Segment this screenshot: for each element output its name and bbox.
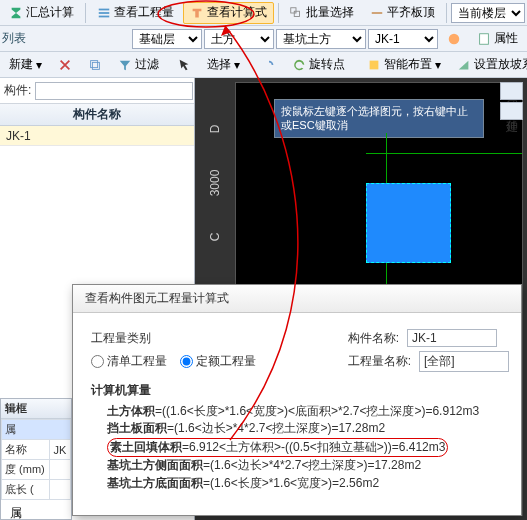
grid-row-jk1[interactable]: JK-1 [0,126,194,146]
list-icon [97,6,111,20]
qty-name-label: 工程量名称: [348,353,411,370]
svg-rect-0 [98,8,109,10]
calc-line-2: 挡土板面积=(1.6<边长>*4*2.7<挖土深度>)=17.28m2 [107,420,509,437]
toolbar-layer: 列表 基础层 土方 基坑土方 JK-1 属性 [0,26,527,52]
smart-icon [367,58,381,72]
edit-frame-panel: 辑框 属 名称JK 度 (mm) 底长 ( 属 [0,398,72,520]
svg-point-6 [449,33,460,44]
prop-bottom-label: 底长 ( [2,480,50,500]
rotate-icon [292,58,306,72]
svg-rect-3 [291,7,296,12]
copy-button[interactable] [81,54,109,76]
svg-rect-5 [372,12,383,14]
select-button[interactable]: 选择 ▾ [200,54,247,76]
filter-icon [118,58,132,72]
new-button[interactable]: 新建 ▾ [2,54,49,76]
calc-line-3: 素土回填体积=6.912<土方体积>-((0.5<扣独立基础>))=6.412m… [107,438,509,457]
rotate-point-button[interactable]: 旋转点 [285,54,352,76]
attr-button[interactable]: 属 [3,502,29,520]
prop-name-value[interactable]: JK [50,440,71,460]
edit-frame-title: 辑框 [1,399,71,419]
calc-line-5: 基坑土方底面面积=(1.6<长度>*1.6<宽度>)=2.56m2 [107,475,509,492]
item-select[interactable]: JK-1 [368,29,438,49]
formula-icon [190,6,204,20]
svg-rect-10 [370,60,379,69]
list-label: 列表 [2,30,26,47]
side-tabs: 属性 延伸 [500,82,523,120]
delete-button[interactable] [51,54,79,76]
batch-select-button[interactable]: 批量选择 [282,2,361,24]
grid-header: 构件名称 [0,104,194,126]
comp-name-value[interactable]: JK-1 [407,329,497,347]
palette-button[interactable] [440,28,468,50]
props-icon [477,32,491,46]
summary-calc-button[interactable]: 汇总计算 [2,2,81,24]
qty-name-value[interactable]: [全部] [419,351,509,372]
subcategory-select[interactable]: 基坑土方 [276,29,366,49]
svg-rect-2 [98,15,109,17]
slope-button[interactable]: 设置放坡系数 [450,54,527,76]
calc-line-4: 基坑土方侧面面积=(1.6<边长>*4*2.7<挖土深度>)=17.28m2 [107,457,509,474]
toolbar-main: 汇总计算 查看工程量 查看计算式 批量选择 平齐板顶 当前楼层 [0,0,527,26]
attr-header: 属 [2,420,71,440]
view-formula-button[interactable]: 查看计算式 [183,2,274,24]
side-tab-props[interactable]: 属性 [500,82,523,100]
copy-icon [88,58,102,72]
sigma-icon [9,6,23,20]
flat-top-button[interactable]: 平齐板顶 [363,2,442,24]
side-tab-extend[interactable]: 延伸 [500,102,523,120]
view-quantity-button[interactable]: 查看工程量 [90,2,181,24]
prop-name-label: 名称 [2,440,50,460]
svg-rect-9 [92,62,99,69]
qty-category-label: 工程量类别 [91,330,266,347]
selection-rect[interactable] [366,183,451,263]
level-icon [370,6,384,20]
calc-results: 土方体积=((1.6<长度>*1.6<宽度>)<底面积>*2.7<挖土深度>)=… [107,403,509,492]
filter-button[interactable]: 过滤 [111,54,166,76]
category-select[interactable]: 土方 [204,29,274,49]
formula-dialog: 查看构件图元工程量计算式 工程量类别 清单工程量 定额工程量 构件名称:JK-1… [72,284,522,516]
dialog-titlebar[interactable]: 查看构件图元工程量计算式 [73,285,521,313]
slope-icon [457,58,471,72]
component-label: 构件: [4,82,31,99]
calc-heading: 计算机算量 [91,382,509,399]
undo-icon [262,58,276,72]
radio-quota-qty[interactable]: 定额工程量 [180,353,256,370]
pointer-button[interactable] [170,54,198,76]
comp-name-label: 构件名称: [348,330,399,347]
properties-button[interactable]: 属性 [470,28,525,50]
toolbar-edit: 新建 ▾ 过滤 选择 ▾ 旋转点 智能布置 ▾ 设置放坡系数 [0,52,527,78]
calc-line-1: 土方体积=((1.6<长度>*1.6<宽度>)<底面积>*2.7<挖土深度>)=… [107,403,509,420]
palette-icon [447,32,461,46]
delete-icon [58,58,72,72]
svg-rect-7 [480,33,489,44]
layer-select[interactable]: 基础层 [132,29,202,49]
svg-rect-4 [295,11,300,16]
smart-layout-button[interactable]: 智能布置 ▾ [360,54,448,76]
prop-depth-label: 度 (mm) [2,460,50,480]
current-floor-select[interactable]: 当前楼层 [451,3,525,23]
radio-list-qty[interactable]: 清单工程量 [91,353,167,370]
pointer-icon [177,58,191,72]
svg-rect-1 [98,12,109,14]
svg-rect-8 [91,60,98,67]
component-search-input[interactable] [35,82,193,100]
undo-button[interactable] [255,54,283,76]
component-search-row: 构件: [0,78,194,104]
multiselect-icon [289,6,303,20]
dialog-title-text: 查看构件图元工程量计算式 [85,290,229,307]
canvas-tooltip: 按鼠标左键逐个选择图元，按右键中止或ESC键取消 [274,99,484,138]
